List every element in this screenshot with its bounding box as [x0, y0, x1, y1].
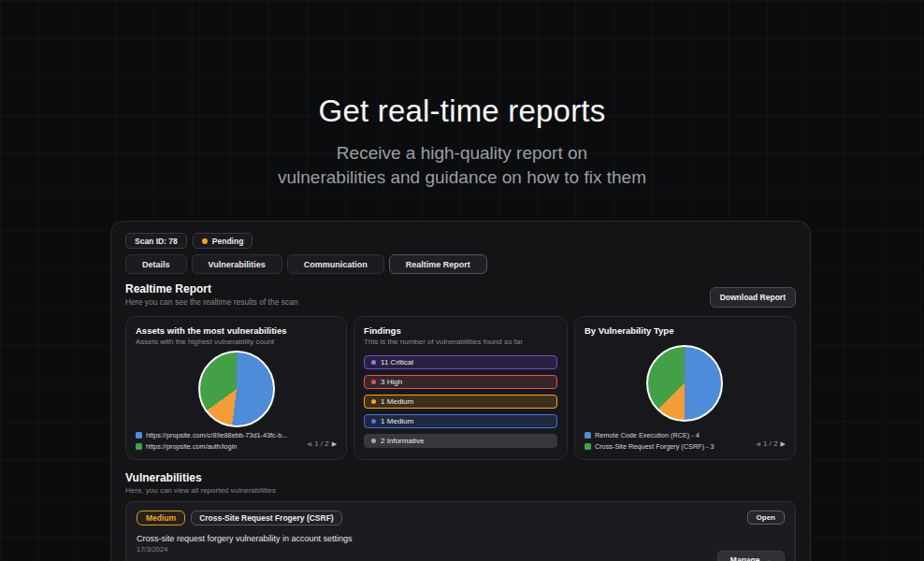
- severity-dot-icon: [371, 399, 376, 404]
- findings-card-subtitle: This is the number of vulnerabilities fo…: [364, 338, 557, 346]
- scan-id-badge: Scan ID: 78: [125, 233, 187, 249]
- section-subtitle: Here you can see the realtime results of…: [125, 297, 796, 307]
- page-subtitle-line2: vulnerabilities and guidance on how to f…: [278, 167, 646, 187]
- page-indicator: 1 / 2: [314, 439, 329, 448]
- tab-details[interactable]: Details: [125, 254, 187, 274]
- vulnerability-date: 17/3/2024: [137, 545, 785, 554]
- legend-item: https://propsite.com/auth/login: [136, 442, 287, 451]
- page-title: Get real-time reports: [0, 94, 924, 129]
- tab-realtime-report[interactable]: Realtime Report: [389, 254, 487, 274]
- finding-rows: 11 Critical 3 High 1 Medium 1 Medium 2 I…: [364, 355, 557, 448]
- download-report-button[interactable]: Download Report: [710, 287, 796, 308]
- finding-row-critical[interactable]: 11 Critical: [364, 355, 557, 369]
- legend-item: https://propsite.com/c/89e88ebb-73d1-43f…: [136, 431, 287, 439]
- severity-dot-icon: [371, 360, 376, 365]
- assets-legend: https://propsite.com/c/89e88ebb-73d1-43f…: [136, 431, 287, 451]
- finding-label: 3 High: [381, 378, 402, 386]
- by-type-pie-wrap: [585, 336, 786, 431]
- legend-swatch: [136, 432, 142, 439]
- hero-section: Get real-time reports Receive a high-qua…: [0, 0, 924, 190]
- page-indicator: 1 / 2: [763, 439, 778, 448]
- severity-badge: Medium: [137, 511, 185, 525]
- vulnerability-description: Cross-site request forgery vulnerability…: [137, 534, 785, 543]
- next-page-icon[interactable]: ▶: [332, 440, 337, 448]
- findings-card: Findings This is the number of vulnerabi…: [354, 316, 568, 460]
- section-title: Realtime Report: [125, 282, 796, 295]
- status-dot-icon: [202, 238, 208, 244]
- scan-id-label: Scan ID: 78: [135, 237, 178, 246]
- assets-card: Assets with the most vulnerabilities Ass…: [125, 316, 347, 460]
- assets-pagination: ◀ 1 / 2 ▶: [307, 439, 337, 451]
- tab-communication[interactable]: Communication: [287, 254, 384, 274]
- finding-row-medium-blue[interactable]: 1 Medium: [364, 414, 557, 428]
- legend-swatch: [585, 432, 591, 439]
- prev-page-icon[interactable]: ◀: [307, 440, 311, 448]
- finding-row-medium[interactable]: 1 Medium: [364, 395, 557, 409]
- legend-label: Cross-Site Request Forgery (CSRF) - 3: [595, 442, 715, 451]
- legend-label: https://propsite.com/auth/login: [146, 442, 237, 451]
- legend-label: Remote Code Execution (RCE) - 4: [595, 431, 700, 439]
- finding-row-high[interactable]: 3 High: [364, 375, 557, 389]
- findings-card-title: Findings: [364, 325, 557, 336]
- arrow-right-icon: →: [764, 555, 772, 561]
- tab-vulnerabilities[interactable]: Vulnerabilities: [192, 254, 282, 274]
- finding-label: 11 Critical: [381, 358, 413, 367]
- vulnerabilities-subtitle: Here, you can view all reported vulnerab…: [125, 486, 796, 495]
- severity-dot-icon: [371, 419, 376, 424]
- by-type-legend: Remote Code Execution (RCE) - 4 Cross-Si…: [585, 431, 715, 451]
- assets-pie-chart: [198, 351, 275, 427]
- vulnerability-card: Medium Cross-Site Request Frogery (CSRF)…: [125, 501, 796, 561]
- by-type-card-footer: Remote Code Execution (RCE) - 4 Cross-Si…: [585, 431, 786, 451]
- by-type-card: By Vulnerability Type Remote Code Execut…: [574, 316, 796, 460]
- finding-label: 2 Informative: [381, 437, 424, 445]
- tab-bar: Details Vulnerabilities Communication Re…: [125, 254, 796, 274]
- page-subtitle-line1: Receive a high-quality report on: [337, 143, 587, 163]
- legend-swatch: [585, 443, 591, 450]
- manage-button-label: Manage: [730, 555, 760, 561]
- legend-item: Remote Code Execution (RCE) - 4: [585, 431, 715, 439]
- scan-report-panel: Scan ID: 78 Pending Details Vulnerabilit…: [110, 221, 811, 561]
- finding-row-informative[interactable]: 2 Informative: [364, 434, 557, 448]
- legend-item: Cross-Site Request Forgery (CSRF) - 3: [585, 442, 715, 451]
- legend-swatch: [136, 443, 142, 450]
- manage-button[interactable]: Manage →: [717, 551, 785, 561]
- prev-page-icon[interactable]: ◀: [756, 440, 760, 448]
- report-cards: Assets with the most vulnerabilities Ass…: [125, 316, 796, 460]
- vulnerabilities-title: Vulnerabilities: [125, 471, 796, 484]
- severity-dot-icon: [371, 380, 376, 384]
- assets-pie-wrap: [136, 346, 337, 431]
- next-page-icon[interactable]: ▶: [781, 440, 786, 448]
- assets-card-subtitle: Assets with the highest vulnerability co…: [136, 338, 337, 346]
- assets-card-title: Assets with the most vulnerabilities: [136, 325, 337, 336]
- status-label: Pending: [212, 237, 244, 246]
- vulnerabilities-header: Vulnerabilities Here, you can view all r…: [125, 471, 796, 495]
- assets-card-footer: https://propsite.com/c/89e88ebb-73d1-43f…: [136, 431, 337, 451]
- by-type-card-title: By Vulnerability Type: [585, 325, 786, 336]
- by-type-pie-chart: [646, 345, 723, 422]
- status-open-badge: Open: [747, 511, 785, 525]
- finding-label: 1 Medium: [381, 397, 413, 406]
- vulnerability-type-badge: Cross-Site Request Frogery (CSRF): [191, 511, 342, 525]
- realtime-report-header: Realtime Report Here you can see the rea…: [125, 282, 796, 307]
- legend-label: https://propsite.com/c/89e88ebb-73d1-43f…: [146, 431, 287, 439]
- finding-label: 1 Medium: [381, 417, 413, 425]
- page-subtitle: Receive a high-quality report on vulnera…: [0, 141, 924, 190]
- scan-badge-row: Scan ID: 78 Pending: [125, 233, 796, 249]
- by-type-pagination: ◀ 1 / 2 ▶: [756, 439, 786, 451]
- status-badge: Pending: [193, 233, 253, 249]
- severity-dot-icon: [371, 439, 376, 443]
- vulnerability-badges: Medium Cross-Site Request Frogery (CSRF): [137, 511, 785, 525]
